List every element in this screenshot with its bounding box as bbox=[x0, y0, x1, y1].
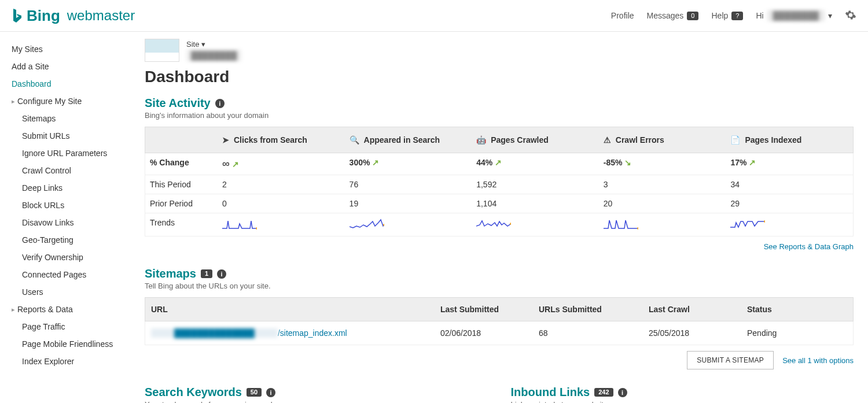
change-appeared: 300% bbox=[350, 158, 370, 167]
chevron-down-icon: ▾ bbox=[828, 11, 832, 20]
sitemaps-title: Sitemaps 1 i bbox=[145, 267, 854, 280]
sitemaps-count-badge: 1 bbox=[201, 269, 212, 278]
profile-link[interactable]: Profile bbox=[611, 11, 634, 20]
info-icon[interactable]: i bbox=[217, 269, 226, 279]
this-clicks: 2 bbox=[218, 175, 345, 194]
this-errors: 3 bbox=[599, 175, 726, 194]
sitemaps-title-text: Sitemaps bbox=[145, 267, 196, 280]
col-status: Status bbox=[741, 298, 853, 321]
sidebar-item-my-sites[interactable]: My Sites bbox=[12, 40, 130, 58]
sidebar-item-geo-targeting[interactable]: Geo-Targeting bbox=[12, 231, 130, 249]
sidebar-configure-label: Configure My Site bbox=[17, 97, 82, 106]
info-icon[interactable]: i bbox=[215, 99, 225, 108]
sidebar-item-deep-links[interactable]: Deep Links bbox=[12, 179, 130, 197]
sitemaps-subtitle: Tell Bing about the URLs on your site. bbox=[145, 282, 854, 290]
help-link[interactable]: Help ? bbox=[711, 11, 743, 20]
sitemap-last-crawl: 25/05/2018 bbox=[643, 321, 741, 345]
sidebar-item-page-traffic[interactable]: Page Traffic bbox=[12, 318, 130, 335]
sidebar-item-page-mobile[interactable]: Page Mobile Friendliness bbox=[12, 335, 130, 353]
change-row: % Change ∞ ↗ 300% ↗ 44% ↗ -85% ↘ 17% ↗ bbox=[145, 153, 854, 175]
see-reports-link[interactable]: See Reports & Data Graph bbox=[764, 242, 854, 251]
search-keywords-title: Search Keywords 50 i bbox=[145, 386, 488, 399]
sidebar-item-connected-pages[interactable]: Connected Pages bbox=[12, 266, 130, 283]
sitemap-url-blur: ██████████████ bbox=[151, 328, 278, 338]
this-period-row: This Period 2 76 1,592 3 34 bbox=[145, 175, 854, 194]
inbound-links-title-text: Inbound Links bbox=[511, 386, 590, 399]
page-title: Dashboard bbox=[145, 68, 854, 86]
messages-link[interactable]: Messages 0 bbox=[647, 11, 699, 20]
sparkline-clicks bbox=[222, 218, 257, 230]
submit-sitemap-button[interactable]: SUBMIT A SITEMAP bbox=[687, 351, 774, 369]
messages-count-badge: 0 bbox=[687, 12, 698, 20]
inbound-links-subtitle: Links pointed at your website bbox=[511, 400, 854, 403]
sparkline-appeared bbox=[350, 218, 384, 230]
this-label: This Period bbox=[145, 175, 218, 194]
sidebar-item-dashboard[interactable]: Dashboard bbox=[12, 75, 130, 93]
sitemap-last-submitted: 02/06/2018 bbox=[435, 321, 533, 345]
site-dropdown[interactable]: Site ▾ bbox=[186, 40, 241, 49]
change-indexed: 17% bbox=[730, 158, 746, 167]
gear-icon[interactable] bbox=[845, 9, 856, 23]
site-activity-subtitle: Bing's information about your domain bbox=[145, 111, 854, 120]
up-arrow-icon: ↗ bbox=[495, 158, 502, 167]
bing-logo-icon bbox=[12, 8, 23, 23]
this-indexed: 34 bbox=[726, 175, 853, 194]
sparkline-crawled bbox=[476, 218, 511, 230]
sidebar-reports-label: Reports & Data bbox=[17, 305, 73, 314]
prior-appeared: 19 bbox=[345, 194, 472, 213]
sitemap-row[interactable]: ██████████████/sitemap_index.xml 02/06/2… bbox=[145, 321, 854, 345]
sidebar-item-verify-ownership[interactable]: Verify Ownership bbox=[12, 249, 130, 266]
col-last-submitted: Last Submitted bbox=[435, 298, 533, 321]
main: ◂ My Sites Add a Site Dashboard ▸Configu… bbox=[0, 32, 868, 403]
sidebar-item-sitemaps[interactable]: Sitemaps bbox=[12, 110, 130, 127]
sidebar-item-reports[interactable]: ▸Reports & Data bbox=[12, 301, 130, 318]
messages-label: Messages bbox=[647, 11, 684, 20]
appeared-header: Appeared in Search bbox=[364, 135, 440, 145]
sidebar-item-submit-urls[interactable]: Submit URLs bbox=[12, 127, 130, 145]
trends-label: Trends bbox=[145, 213, 218, 236]
sitemap-status: Pending bbox=[741, 321, 853, 345]
info-icon[interactable]: i bbox=[618, 388, 627, 397]
cursor-icon: ➤ bbox=[222, 135, 229, 145]
col-urls-submitted: URLs Submitted bbox=[533, 298, 643, 321]
sidebar-item-crawl-control[interactable]: Crawl Control bbox=[12, 162, 130, 179]
content: Changes for Last 30 days - Site ▾ ██████… bbox=[130, 32, 868, 403]
indexed-header: Pages Indexed bbox=[745, 135, 801, 145]
trends-row: Trends bbox=[145, 213, 854, 236]
sidebar-item-ignore-url-params[interactable]: Ignore URL Parameters bbox=[12, 145, 130, 162]
change-label: % Change bbox=[145, 153, 218, 175]
search-keywords-subtitle: Your top keywords from organic search bbox=[145, 400, 488, 403]
top-right-nav: Profile Messages 0 Help ? Hi ████████ ▾ bbox=[611, 9, 856, 23]
greeting: Hi bbox=[756, 11, 763, 20]
up-arrow-icon: ↗ bbox=[749, 158, 756, 167]
help-label: Help bbox=[711, 11, 728, 20]
sidebar-item-configure[interactable]: ▸Configure My Site bbox=[12, 93, 130, 110]
sitemaps-table: URL Last Submitted URLs Submitted Last C… bbox=[145, 297, 854, 345]
prior-clicks: 0 bbox=[218, 194, 345, 213]
sitemap-urls-submitted: 68 bbox=[533, 321, 643, 345]
bottom-sections: Search Keywords 50 i Your top keywords f… bbox=[145, 381, 854, 403]
prior-errors: 20 bbox=[599, 194, 726, 213]
search-icon: 🔍 bbox=[350, 135, 359, 145]
info-icon[interactable]: i bbox=[266, 388, 275, 397]
chevron-right-icon: ▸ bbox=[12, 306, 15, 313]
sidebar-item-add-site[interactable]: Add a Site bbox=[12, 58, 130, 75]
site-activity-title: Site Activity i bbox=[145, 97, 854, 110]
crawled-header: Pages Crawled bbox=[491, 135, 549, 145]
top-bar: Bing webmaster Profile Messages 0 Help ?… bbox=[0, 0, 868, 32]
sitemaps-footer: SUBMIT A SITEMAP See all 1 with options bbox=[145, 345, 854, 381]
prior-label: Prior Period bbox=[145, 194, 218, 213]
brand-main: Bing bbox=[27, 7, 60, 25]
bing-logo[interactable]: Bing bbox=[12, 7, 60, 25]
sidebar-item-block-urls[interactable]: Block URLs bbox=[12, 197, 130, 214]
username: ████████ bbox=[767, 10, 825, 21]
sidebar-item-users[interactable]: Users bbox=[12, 283, 130, 301]
sparkline-errors bbox=[604, 218, 638, 230]
sidebar-item-index-explorer[interactable]: Index Explorer bbox=[12, 353, 130, 370]
site-name: ████████ bbox=[186, 50, 241, 61]
user-menu[interactable]: Hi ████████ ▾ bbox=[756, 10, 832, 21]
warning-icon: ⚠ bbox=[604, 135, 611, 145]
sidebar-item-disavow-links[interactable]: Disavow Links bbox=[12, 214, 130, 231]
search-keywords-count-badge: 50 bbox=[247, 388, 262, 397]
see-all-sitemaps-link[interactable]: See all 1 with options bbox=[782, 356, 854, 365]
